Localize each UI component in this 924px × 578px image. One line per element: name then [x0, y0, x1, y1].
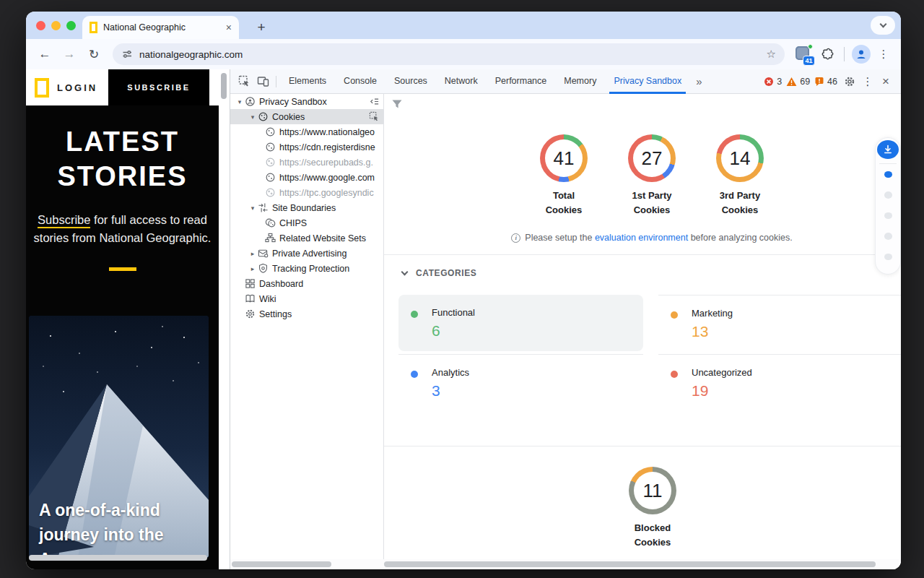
tree-item-dashboard[interactable]: Dashboard	[230, 276, 383, 291]
browser-menu-button[interactable]: ⋮	[875, 48, 892, 61]
tree-item-cookie-url[interactable]: https://securepubads.g.	[230, 155, 383, 170]
tab-strip-chevron-button[interactable]	[871, 16, 895, 35]
tree-item-site-boundaries[interactable]: ▾ Site Boundaries	[230, 200, 383, 215]
page-horizontal-scrollbar[interactable]	[29, 555, 207, 561]
filter-funnel-icon[interactable]	[391, 98, 403, 110]
download-icon	[882, 144, 894, 155]
console-warnings-badge[interactable]: 69	[786, 77, 810, 87]
new-tab-button[interactable]: +	[251, 17, 271, 38]
issues-icon	[814, 77, 824, 87]
tree-item-tracking-protection[interactable]: ▸ Tracking Protection	[230, 261, 383, 276]
category-analytics[interactable]: Analytics 3	[398, 354, 643, 410]
reload-button[interactable]: ↻	[84, 44, 104, 64]
total-cookies-donut[interactable]: 41 TotalCookies	[520, 134, 607, 217]
warning-icon	[786, 77, 797, 87]
device-toolbar-button[interactable]	[253, 72, 272, 91]
third-party-cookies-donut[interactable]: 14 3rd PartyCookies	[697, 134, 783, 217]
tab-close-icon[interactable]: ×	[226, 22, 232, 33]
category-uncategorized[interactable]: Uncategorized 19	[658, 354, 901, 410]
tab-console[interactable]: Console	[335, 69, 385, 94]
puzzle-icon	[821, 48, 834, 61]
tree-item-chips[interactable]: CHIPS	[230, 215, 383, 230]
collapse-sidebar-icon[interactable]	[369, 96, 380, 107]
toolbar-divider	[844, 47, 845, 61]
sidebar-horizontal-scrollbar[interactable]	[232, 561, 331, 567]
extensions-puzzle-button[interactable]	[818, 45, 837, 64]
browser-tab[interactable]: National Geographic ×	[82, 16, 239, 39]
section-dot[interactable]	[884, 191, 892, 198]
more-tabs-button[interactable]: »	[690, 75, 707, 87]
category-color-dot	[411, 311, 418, 318]
tree-item-wiki[interactable]: Wiki	[230, 291, 383, 306]
site-boundaries-icon	[258, 202, 269, 213]
categories-section-header[interactable]: CATEGORIES	[402, 268, 476, 278]
section-dot[interactable]	[884, 212, 892, 219]
back-button[interactable]: ←	[35, 44, 55, 64]
subscribe-text-link[interactable]: Subscribe	[38, 213, 90, 228]
tree-item-related-website-sets[interactable]: Related Website Sets	[230, 230, 383, 246]
issues-badge[interactable]: 46	[814, 77, 837, 87]
login-link[interactable]: LOGIN	[57, 82, 97, 93]
tree-item-cookie-url[interactable]: https://cdn.registerdisne	[230, 139, 383, 155]
tab-performance[interactable]: Performance	[487, 69, 556, 94]
tree-item-cookies[interactable]: ▾ Cookies	[230, 109, 383, 124]
tree-item-cookie-url[interactable]: https://www.nationalgeo	[230, 124, 383, 139]
page-vertical-scrollbar[interactable]	[221, 73, 227, 99]
content-horizontal-scrollbar[interactable]	[384, 561, 876, 567]
expand-arrow-icon[interactable]: ▾	[248, 113, 258, 121]
maximize-window-button[interactable]	[66, 21, 76, 30]
console-errors-badge[interactable]: 3	[764, 77, 782, 87]
tab-sources[interactable]: Sources	[385, 69, 436, 94]
chips-icon	[265, 217, 276, 228]
tree-item-cookie-url[interactable]: https://www.google.com	[230, 170, 383, 185]
category-functional[interactable]: Functional 6	[398, 295, 643, 351]
expand-arrow-icon[interactable]: ▾	[235, 98, 245, 105]
cookie-donut-row: 41 TotalCookies 27 1st PartyCookies	[520, 134, 783, 217]
section-dot[interactable]	[884, 254, 892, 260]
cookie-icon	[265, 172, 276, 183]
tab-network[interactable]: Network	[436, 69, 487, 94]
tree-item-settings[interactable]: Settings	[230, 306, 383, 322]
tree-item-privacy-sandbox[interactable]: ▾ Privacy Sandbox	[230, 94, 383, 109]
inspect-cursor-icon[interactable]	[369, 111, 380, 122]
address-bar[interactable]: nationalgeographic.com ☆	[113, 43, 785, 65]
devtools-scrollbar-track	[230, 559, 901, 569]
tree-item-cookie-url[interactable]: https://tpc.googlesyndic	[230, 185, 383, 200]
devtools-close-button[interactable]: ×	[876, 74, 895, 89]
window-controls	[36, 21, 76, 30]
subscribe-button[interactable]: SUBSCRIBE	[108, 69, 209, 105]
tree-item-private-advertising[interactable]: ▸ Private Advertising	[230, 246, 383, 261]
collapsed-arrow-icon[interactable]: ▸	[248, 250, 258, 257]
minimize-window-button[interactable]	[51, 21, 61, 30]
close-window-button[interactable]	[36, 21, 45, 30]
tab-elements[interactable]: Elements	[280, 69, 335, 94]
section-dot[interactable]	[884, 233, 892, 239]
blocked-cookies-donut[interactable]: 11 BlockedCookies	[609, 467, 696, 550]
category-marketing[interactable]: Marketing 13	[658, 295, 901, 351]
download-report-button[interactable]	[877, 140, 899, 159]
profile-avatar[interactable]	[852, 45, 871, 64]
inspect-element-button[interactable]	[235, 72, 253, 91]
evaluation-environment-link[interactable]: evaluation environment	[595, 233, 688, 243]
devtools-menu-button[interactable]: ⋮	[859, 75, 876, 88]
tab-memory[interactable]: Memory	[555, 69, 605, 94]
forward-button[interactable]: →	[59, 44, 79, 64]
collapsed-arrow-icon[interactable]: ▸	[248, 265, 258, 272]
natgeo-logo[interactable]	[35, 78, 49, 98]
privacy-extension-button[interactable]: 41	[793, 44, 814, 64]
error-icon	[764, 77, 774, 87]
related-website-sets-icon	[265, 233, 276, 243]
bookmark-star-icon[interactable]: ☆	[767, 48, 776, 61]
tracking-protection-icon	[258, 263, 269, 274]
first-party-cookies-donut[interactable]: 27 1st PartyCookies	[609, 134, 695, 217]
site-settings-icon[interactable]	[121, 48, 133, 60]
story-caption: A one-of-a-kind journey into the Amazon	[39, 498, 164, 558]
section-dot-active[interactable]	[884, 171, 892, 178]
devtools-settings-button[interactable]	[840, 72, 859, 91]
expand-arrow-icon[interactable]: ▾	[248, 204, 258, 212]
story-card[interactable]: A one-of-a-kind journey into the Amazon	[29, 316, 209, 558]
private-advertising-icon	[258, 248, 269, 259]
chevron-down-icon	[401, 269, 409, 276]
tab-privacy-sandbox[interactable]: Privacy Sandbox	[605, 69, 690, 94]
devtools-tabbar: Elements Console Sources Network Perform…	[230, 69, 901, 94]
